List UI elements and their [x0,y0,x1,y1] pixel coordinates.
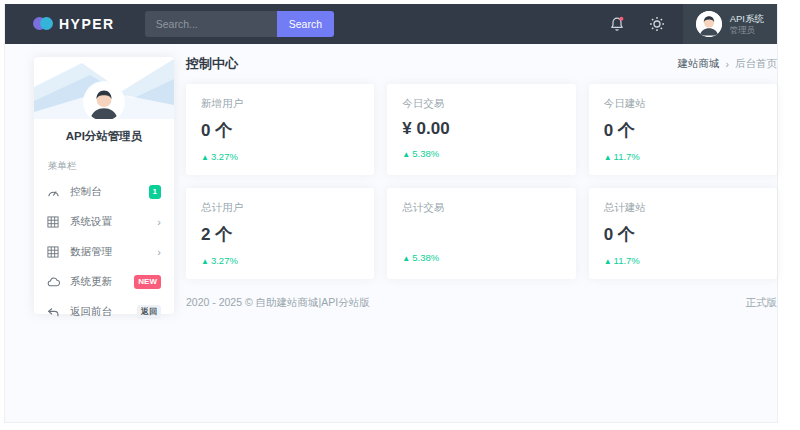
menu-section-label: 菜单栏 [34,144,174,177]
card-value: 0 个 [604,223,762,246]
card-label: 今日交易 [402,97,560,111]
user-avatar [696,11,722,37]
gear-icon[interactable] [637,16,677,32]
breadcrumb-separator-icon: › [726,58,730,70]
chevron-right-icon: › [157,246,161,258]
card-value-redacted [402,223,560,243]
card-delta: ▲11.7% [604,255,762,266]
sidebar-item-data-management[interactable]: 数据管理 › [34,237,174,267]
return-badge: 返回 [137,305,161,319]
stat-cards: 新增用户 0 个 ▲3.27% 今日交易 ¥ 0.00 ▲5.38% 今日建站 … [186,84,777,279]
card-delta: ▲11.7% [604,151,762,162]
breadcrumb: 建站商城 › 后台首页 [678,57,778,71]
card-label: 今日建站 [604,97,762,111]
card-value: 2 个 [201,223,359,246]
main-content: 控制中心 建站商城 › 后台首页 新增用户 0 个 ▲3.27% 今日交易 ¥ … [186,53,777,310]
card-label: 总计用户 [201,201,359,215]
cloud-icon [47,275,61,289]
breadcrumb-item-home: 后台首页 [735,57,777,71]
user-name: API系统 [730,13,764,25]
top-navbar: HYPER Search [5,4,777,44]
profile-banner [34,57,174,135]
navbar-right: API系统 管理员 [597,4,777,44]
card-label: 总计建站 [604,201,762,215]
stat-card-total-sites: 总计建站 0 个 ▲11.7% [589,188,777,279]
arrow-up-icon: ▲ [201,257,209,266]
breadcrumb-item-mall[interactable]: 建站商城 [678,57,720,71]
footer-copyright: 2020 - 2025 © 自助建站商城|API分站版 [186,296,370,310]
arrow-up-icon: ▲ [201,153,209,162]
sidebar-item-dashboard[interactable]: 控制台 1 [34,177,174,207]
card-delta: ▲5.38% [402,148,560,159]
gauge-icon [47,185,61,199]
user-role: 管理员 [730,25,764,36]
card-delta: ▲3.27% [201,255,359,266]
stat-card-total-trades: 总计交易 ▲5.38% [387,188,575,279]
new-badge: NEW [134,275,161,289]
page-footer: 2020 - 2025 © 自助建站商城|API分站版 正式版 [186,296,777,310]
grid-icon [47,215,61,229]
grid-icon [47,245,61,259]
page-title: 控制中心 [186,55,238,73]
arrow-up-icon: ▲ [604,257,612,266]
stat-card-new-users: 新增用户 0 个 ▲3.27% [186,84,374,175]
arrow-up-icon: ▲ [604,153,612,162]
app-frame: HYPER Search [4,4,778,423]
sidebar-item-label: 返回前台 [70,305,112,319]
footer-version: 正式版 [746,296,778,310]
stat-card-total-users: 总计用户 2 个 ▲3.27% [186,188,374,279]
logo-icon [33,17,53,31]
sidebar-item-system-update[interactable]: 系统更新 NEW [34,267,174,297]
stat-card-today-trades: 今日交易 ¥ 0.00 ▲5.38% [387,84,575,175]
profile-avatar [85,83,123,121]
user-menu[interactable]: API系统 管理员 [683,4,777,44]
search-input[interactable] [145,11,277,37]
arrow-up-icon: ▲ [402,254,410,263]
sidebar-item-label: 系统更新 [70,275,112,289]
card-value: 0 个 [201,119,359,142]
card-label: 总计交易 [402,201,560,215]
card-label: 新增用户 [201,97,359,111]
sidebar-item-label: 系统设置 [70,215,112,229]
sidebar-item-system-settings[interactable]: 系统设置 › [34,207,174,237]
card-value: 0 个 [604,119,762,142]
card-delta: ▲5.38% [402,252,560,263]
card-delta: ▲3.27% [201,151,359,162]
sidebar: API分站管理员 菜单栏 控制台 1 系统设置 › [34,57,174,314]
notification-dot [619,17,623,21]
arrow-up-icon: ▲ [402,150,410,159]
bell-icon[interactable] [597,16,637,32]
sidebar-item-label: 数据管理 [70,245,112,259]
stat-card-today-sites: 今日建站 0 个 ▲11.7% [589,84,777,175]
sidebar-item-return-frontend[interactable]: 返回前台 返回 [34,297,174,327]
chevron-right-icon: › [157,216,161,228]
navbar-search: Search [145,11,334,37]
card-value: ¥ 0.00 [402,119,560,139]
sidebar-item-label: 控制台 [70,185,102,199]
logo-text: HYPER [59,16,115,32]
search-button[interactable]: Search [277,11,334,37]
logo[interactable]: HYPER [5,16,131,32]
count-badge: 1 [149,185,161,199]
reply-arrow-icon [47,305,61,319]
